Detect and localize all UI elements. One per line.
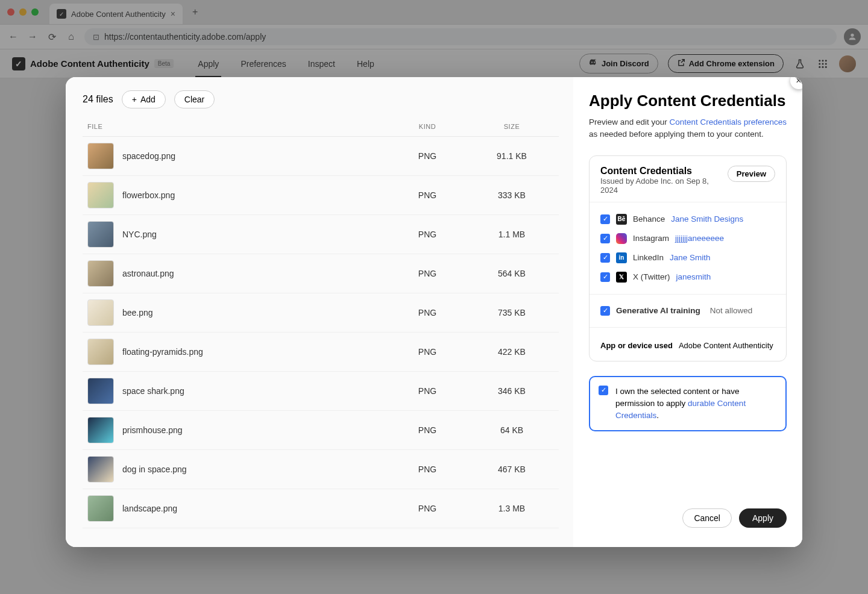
file-kind: PNG [385, 308, 470, 317]
panel-subtitle: Preview and edit your Content Credential… [589, 116, 787, 141]
apply-button[interactable]: Apply [739, 508, 787, 528]
file-size: 91.1 KB [470, 151, 554, 161]
col-file: FILE [87, 123, 385, 130]
thumbnail [87, 143, 114, 169]
file-name: landscape.png [122, 504, 385, 513]
file-size: 1.1 MB [470, 230, 554, 239]
thumbnail [87, 456, 114, 483]
thumbnail [87, 339, 114, 365]
genai-row[interactable]: ✓ Generative AI training Not allowed [600, 302, 775, 320]
table-row[interactable]: NYC.png PNG 1.1 MB [83, 215, 559, 254]
apply-credentials-modal: × 24 files + Add Clear FILE KIND SIZE [66, 77, 802, 547]
file-name: spacedog.png [122, 151, 385, 161]
modal-overlay: × 24 files + Add Clear FILE KIND SIZE [0, 0, 868, 594]
preview-button[interactable]: Preview [728, 166, 775, 182]
file-kind: PNG [385, 230, 470, 239]
table-row[interactable]: dog in space.png PNG 467 KB [83, 450, 559, 489]
file-name: dog in space.png [122, 464, 385, 474]
col-kind: KIND [385, 123, 470, 130]
genai-value: Not allowed [710, 306, 753, 315]
social-platform: Behance [633, 214, 665, 224]
credentials-panel: Apply Content Credentials Preview and ed… [573, 77, 802, 547]
table-row[interactable]: space shark.png PNG 346 KB [83, 372, 559, 411]
file-size: 422 KB [470, 347, 554, 357]
be-icon: Bē [616, 214, 627, 225]
social-handle: Jane Smith [670, 253, 711, 262]
social-row[interactable]: ✓ Bē Behance Jane Smith Designs [600, 210, 775, 229]
social-row[interactable]: ✓ Instagram jjjjjjjaneeeeee [600, 229, 775, 248]
thumbnail [87, 221, 114, 248]
file-name: flowerbox.png [122, 190, 385, 200]
social-platform: Instagram [633, 234, 669, 243]
social-handle: Jane Smith Designs [671, 214, 743, 224]
file-rows: spacedog.png PNG 91.1 KB flowerbox.png P… [83, 137, 559, 528]
file-kind: PNG [385, 464, 470, 474]
file-count: 24 files [83, 94, 113, 105]
li-icon: in [616, 252, 627, 263]
table-row[interactable]: bee.png PNG 735 KB [83, 293, 559, 333]
genai-label: Generative AI training [616, 306, 700, 315]
file-name: prismhouse.png [122, 425, 385, 435]
plus-icon: + [132, 95, 137, 104]
file-table-head: FILE KIND SIZE [83, 117, 559, 137]
cancel-button[interactable]: Cancel [682, 508, 732, 528]
social-handle: jjjjjjjaneeeeee [675, 234, 724, 243]
app-used-value: Adobe Content Authenticity [679, 341, 773, 350]
file-name: bee.png [122, 308, 385, 317]
file-kind: PNG [385, 386, 470, 396]
social-platform: LinkedIn [633, 253, 664, 262]
checkbox-icon[interactable]: ✓ [600, 253, 610, 263]
social-platform: X (Twitter) [633, 272, 670, 281]
clear-label: Clear [184, 95, 204, 104]
file-name: astronaut.png [122, 269, 385, 278]
checkbox-icon[interactable]: ✓ [600, 272, 610, 282]
checkbox-icon[interactable]: ✓ [599, 386, 608, 395]
file-size: 346 KB [470, 386, 554, 396]
checkbox-icon[interactable]: ✓ [600, 306, 610, 316]
checkbox-icon[interactable]: ✓ [600, 214, 610, 224]
table-row[interactable]: prismhouse.png PNG 64 KB [83, 411, 559, 450]
file-kind: PNG [385, 269, 470, 278]
table-row[interactable]: flowerbox.png PNG 333 KB [83, 176, 559, 215]
col-size: SIZE [470, 123, 554, 130]
table-row[interactable]: astronaut.png PNG 564 KB [83, 254, 559, 293]
add-button[interactable]: + Add [122, 90, 166, 108]
clear-button[interactable]: Clear [174, 90, 215, 108]
social-row[interactable]: ✓ 𝕏 X (Twitter) janesmith [600, 267, 775, 287]
checkbox-icon[interactable]: ✓ [600, 234, 610, 243]
thumbnail [87, 495, 114, 522]
file-size: 735 KB [470, 308, 554, 317]
files-header: 24 files + Add Clear [83, 90, 559, 108]
file-kind: PNG [385, 190, 470, 200]
ownership-checkbox-box[interactable]: ✓ I own the selected content or have per… [589, 376, 787, 432]
social-handle: janesmith [676, 272, 711, 281]
app-used-label: App or device used [600, 341, 673, 350]
file-size: 333 KB [470, 190, 554, 200]
thumbnail [87, 299, 114, 326]
table-row[interactable]: landscape.png PNG 1.3 MB [83, 489, 559, 528]
thumbnail [87, 417, 114, 443]
file-size: 467 KB [470, 464, 554, 474]
file-size: 64 KB [470, 425, 554, 435]
file-kind: PNG [385, 425, 470, 435]
thumbnail [87, 378, 114, 404]
social-rows: ✓ Bē Behance Jane Smith Designs ✓ Instag… [600, 210, 775, 287]
file-table: FILE KIND SIZE spacedog.png PNG 91.1 KB … [83, 117, 559, 547]
file-size: 564 KB [470, 269, 554, 278]
table-row[interactable]: floating-pyramids.png PNG 422 KB [83, 333, 559, 372]
card-issuer: Issued by Adobe Inc. on Sep 8, 2024 [600, 177, 728, 195]
panel-title: Apply Content Credentials [589, 92, 787, 110]
social-row[interactable]: ✓ in LinkedIn Jane Smith [600, 248, 775, 267]
modal-actions: Cancel Apply [589, 508, 787, 533]
card-title: Content Credentials [600, 166, 728, 177]
thumbnail [87, 182, 114, 208]
preferences-link[interactable]: Content Credentials preferences [670, 117, 787, 127]
file-kind: PNG [385, 151, 470, 161]
ig-icon [616, 233, 627, 244]
file-kind: PNG [385, 504, 470, 513]
table-row[interactable]: spacedog.png PNG 91.1 KB [83, 137, 559, 176]
x-icon: 𝕏 [616, 272, 627, 283]
add-label: Add [140, 95, 156, 104]
files-panel: 24 files + Add Clear FILE KIND SIZE spac… [66, 77, 573, 547]
file-name: NYC.png [122, 230, 385, 239]
